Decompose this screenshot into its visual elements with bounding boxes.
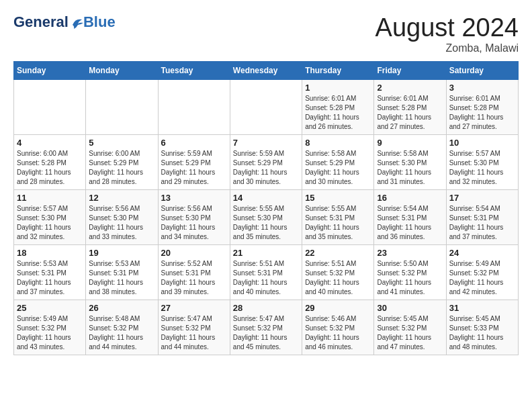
day-info: Sunrise: 5:59 AMSunset: 5:29 PMDaylight:… [161,149,227,187]
day-info: Sunrise: 5:54 AMSunset: 5:31 PMDaylight:… [377,204,443,242]
day-info: Sunrise: 5:45 AMSunset: 5:33 PMDaylight:… [449,314,515,352]
day-number: 20 [161,248,227,258]
day-info: Sunrise: 5:50 AMSunset: 5:32 PMDaylight:… [377,259,443,297]
day-number: 29 [305,303,371,313]
day-info: Sunrise: 5:45 AMSunset: 5:32 PMDaylight:… [377,314,443,352]
day-number: 17 [449,193,515,203]
day-info: Sunrise: 5:57 AMSunset: 5:30 PMDaylight:… [449,149,515,187]
calendar-cell: 13Sunrise: 5:56 AMSunset: 5:30 PMDayligh… [158,190,230,245]
day-info: Sunrise: 5:51 AMSunset: 5:32 PMDaylight:… [305,259,371,297]
day-number: 12 [89,193,154,203]
page-header: General Blue August 2024 Zomba, Malawi [13,13,519,54]
day-info: Sunrise: 5:52 AMSunset: 5:31 PMDaylight:… [161,259,227,297]
day-info: Sunrise: 5:55 AMSunset: 5:31 PMDaylight:… [305,204,371,242]
day-number: 31 [449,303,515,313]
day-number: 19 [89,248,154,258]
calendar-cell: 8Sunrise: 5:58 AMSunset: 5:29 PMDaylight… [302,135,374,190]
calendar-cell: 4Sunrise: 6:00 AMSunset: 5:28 PMDaylight… [14,135,86,190]
calendar-cell: 21Sunrise: 5:51 AMSunset: 5:31 PMDayligh… [230,245,302,300]
day-info: Sunrise: 5:48 AMSunset: 5:32 PMDaylight:… [89,314,154,352]
day-info: Sunrise: 5:51 AMSunset: 5:31 PMDaylight:… [233,259,299,297]
subtitle: Zomba, Malawi [375,42,519,54]
day-number: 2 [377,83,443,93]
day-info: Sunrise: 5:53 AMSunset: 5:31 PMDaylight:… [89,259,154,297]
col-sunday: Sunday [14,62,86,80]
calendar-cell: 30Sunrise: 5:45 AMSunset: 5:32 PMDayligh… [374,300,446,355]
col-wednesday: Wednesday [230,62,302,80]
logo: General Blue [13,13,116,30]
day-info: Sunrise: 5:55 AMSunset: 5:30 PMDaylight:… [233,204,299,242]
day-info: Sunrise: 6:01 AMSunset: 5:28 PMDaylight:… [377,94,443,132]
col-saturday: Saturday [446,62,518,80]
main-title: August 2024 [375,13,519,42]
day-number: 25 [17,303,83,313]
calendar-cell: 28Sunrise: 5:47 AMSunset: 5:32 PMDayligh… [230,300,302,355]
day-info: Sunrise: 5:56 AMSunset: 5:30 PMDaylight:… [161,204,227,242]
calendar-cell: 11Sunrise: 5:57 AMSunset: 5:30 PMDayligh… [14,190,86,245]
logo-text: General [13,13,85,30]
day-number: 5 [89,138,154,148]
col-tuesday: Tuesday [158,62,230,80]
calendar-cell: 9Sunrise: 5:58 AMSunset: 5:30 PMDaylight… [374,135,446,190]
day-number: 13 [161,193,227,203]
calendar-cell: 3Sunrise: 6:01 AMSunset: 5:28 PMDaylight… [446,80,518,135]
day-number: 22 [305,248,371,258]
calendar-cell: 29Sunrise: 5:46 AMSunset: 5:32 PMDayligh… [302,300,374,355]
title-block: August 2024 Zomba, Malawi [375,13,519,54]
day-number: 15 [305,193,371,203]
day-info: Sunrise: 6:00 AMSunset: 5:29 PMDaylight:… [89,149,154,187]
day-number: 18 [17,248,83,258]
calendar-cell: 26Sunrise: 5:48 AMSunset: 5:32 PMDayligh… [86,300,158,355]
calendar-cell: 16Sunrise: 5:54 AMSunset: 5:31 PMDayligh… [374,190,446,245]
day-number: 24 [449,248,515,258]
calendar-body: 1Sunrise: 6:01 AMSunset: 5:28 PMDaylight… [14,80,519,355]
day-number: 9 [377,138,443,148]
calendar-cell: 24Sunrise: 5:49 AMSunset: 5:32 PMDayligh… [446,245,518,300]
calendar-week-row: 1Sunrise: 6:01 AMSunset: 5:28 PMDaylight… [14,80,519,135]
day-info: Sunrise: 5:56 AMSunset: 5:30 PMDaylight:… [89,204,154,242]
day-info: Sunrise: 5:58 AMSunset: 5:30 PMDaylight:… [377,149,443,187]
calendar-cell [158,80,230,135]
calendar-week-row: 25Sunrise: 5:49 AMSunset: 5:32 PMDayligh… [14,300,519,355]
day-info: Sunrise: 5:47 AMSunset: 5:32 PMDaylight:… [233,314,299,352]
day-info: Sunrise: 5:54 AMSunset: 5:31 PMDaylight:… [449,204,515,242]
calendar-cell: 31Sunrise: 5:45 AMSunset: 5:33 PMDayligh… [446,300,518,355]
calendar-cell [230,80,302,135]
calendar-cell: 25Sunrise: 5:49 AMSunset: 5:32 PMDayligh… [14,300,86,355]
day-info: Sunrise: 5:49 AMSunset: 5:32 PMDaylight:… [17,314,83,352]
day-number: 28 [233,303,299,313]
calendar-cell: 23Sunrise: 5:50 AMSunset: 5:32 PMDayligh… [374,245,446,300]
calendar-cell [86,80,158,135]
day-number: 14 [233,193,299,203]
day-number: 7 [233,138,299,148]
day-info: Sunrise: 5:49 AMSunset: 5:32 PMDaylight:… [449,259,515,297]
calendar-week-row: 11Sunrise: 5:57 AMSunset: 5:30 PMDayligh… [14,190,519,245]
calendar-cell: 20Sunrise: 5:52 AMSunset: 5:31 PMDayligh… [158,245,230,300]
day-number: 4 [17,138,83,148]
day-number: 26 [89,303,154,313]
calendar-cell: 1Sunrise: 6:01 AMSunset: 5:28 PMDaylight… [302,80,374,135]
col-thursday: Thursday [302,62,374,80]
calendar-cell: 10Sunrise: 5:57 AMSunset: 5:30 PMDayligh… [446,135,518,190]
calendar-cell [14,80,86,135]
col-friday: Friday [374,62,446,80]
col-monday: Monday [86,62,158,80]
calendar-cell: 12Sunrise: 5:56 AMSunset: 5:30 PMDayligh… [86,190,158,245]
day-number: 23 [377,248,443,258]
calendar-cell: 18Sunrise: 5:53 AMSunset: 5:31 PMDayligh… [14,245,86,300]
day-info: Sunrise: 5:57 AMSunset: 5:30 PMDaylight:… [17,204,83,242]
day-info: Sunrise: 6:01 AMSunset: 5:28 PMDaylight:… [305,94,371,132]
day-info: Sunrise: 5:53 AMSunset: 5:31 PMDaylight:… [17,259,83,297]
calendar-cell: 5Sunrise: 6:00 AMSunset: 5:29 PMDaylight… [86,135,158,190]
calendar-header-row: Sunday Monday Tuesday Wednesday Thursday… [14,62,519,80]
day-number: 16 [377,193,443,203]
logo-blue-text: Blue [83,13,116,30]
calendar-cell: 17Sunrise: 5:54 AMSunset: 5:31 PMDayligh… [446,190,518,245]
calendar-cell: 6Sunrise: 5:59 AMSunset: 5:29 PMDaylight… [158,135,230,190]
day-number: 27 [161,303,227,313]
day-info: Sunrise: 5:59 AMSunset: 5:29 PMDaylight:… [233,149,299,187]
calendar-cell: 2Sunrise: 6:01 AMSunset: 5:28 PMDaylight… [374,80,446,135]
calendar-table: Sunday Monday Tuesday Wednesday Thursday… [13,61,519,355]
calendar-cell: 14Sunrise: 5:55 AMSunset: 5:30 PMDayligh… [230,190,302,245]
day-info: Sunrise: 5:47 AMSunset: 5:32 PMDaylight:… [161,314,227,352]
